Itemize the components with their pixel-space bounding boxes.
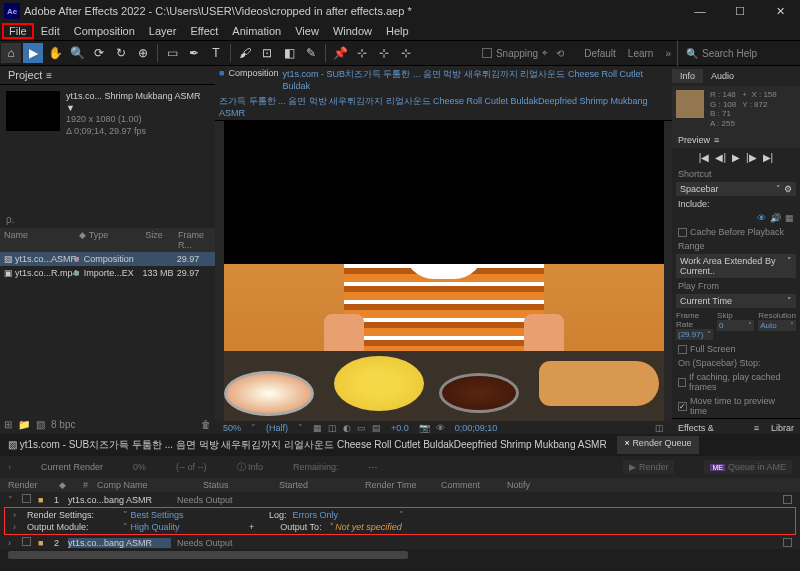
magnet-icon[interactable]: ⌖ bbox=[542, 47, 548, 59]
selection-tool[interactable]: ▶ bbox=[23, 43, 43, 63]
first-frame-icon[interactable]: |◀ bbox=[699, 152, 710, 163]
text-tool[interactable]: T bbox=[206, 43, 226, 63]
col-size[interactable]: Size bbox=[145, 230, 178, 250]
col-framerate[interactable]: Frame R... bbox=[178, 230, 211, 250]
render-button[interactable]: ▶ Render bbox=[623, 460, 674, 474]
maximize-button[interactable]: ☐ bbox=[720, 0, 760, 22]
movetime-checkbox[interactable] bbox=[678, 402, 687, 411]
menu-animation[interactable]: Animation bbox=[225, 23, 288, 39]
swap-icon[interactable]: ⟲ bbox=[556, 48, 564, 59]
render-info-button[interactable]: ⓘ Info bbox=[237, 461, 264, 474]
caching-checkbox[interactable] bbox=[678, 378, 686, 387]
snapping-toggle[interactable]: Snapping ⌖ bbox=[482, 47, 548, 59]
notify-checkbox[interactable] bbox=[783, 538, 792, 547]
local-axis-icon[interactable]: ⊹ bbox=[352, 43, 372, 63]
behind-tool[interactable]: ⊕ bbox=[133, 43, 153, 63]
pen-tool[interactable]: ✒ bbox=[184, 43, 204, 63]
orbit-tool[interactable]: ⟳ bbox=[89, 43, 109, 63]
render-queue-tab[interactable]: × Render Queue bbox=[617, 436, 700, 454]
menu-window[interactable]: Window bbox=[326, 23, 379, 39]
col-tag[interactable]: ◆ bbox=[79, 230, 88, 250]
queue-item[interactable]: › ■ 2 yt1s.co...bang ASMR Needs Output bbox=[0, 535, 800, 550]
last-frame-icon[interactable]: ▶| bbox=[763, 152, 774, 163]
new-comp-icon[interactable]: ▧ bbox=[36, 419, 45, 430]
menu-help[interactable]: Help bbox=[379, 23, 416, 39]
menu-layer[interactable]: Layer bbox=[142, 23, 184, 39]
bpc-toggle[interactable]: 8 bpc bbox=[51, 419, 75, 430]
comp-breadcrumb[interactable]: 즈가득 두툼한 ... 음면 먹방 새우튀김까지 리얼사운드 Cheese Ro… bbox=[219, 96, 648, 118]
preview-tab[interactable]: Preview bbox=[678, 135, 710, 145]
delete-icon[interactable]: 🗑 bbox=[201, 419, 211, 430]
project-tab[interactable]: Project bbox=[8, 69, 42, 81]
playfrom-select[interactable]: Current Time˅ bbox=[676, 294, 796, 308]
camera-icon[interactable]: ◫ bbox=[655, 423, 664, 433]
snapping-checkbox[interactable] bbox=[482, 48, 492, 58]
close-button[interactable]: ✕ bbox=[760, 0, 800, 22]
shortcut-select[interactable]: Spacebar˅ ⚙ bbox=[676, 182, 796, 196]
include-video-icon[interactable]: 👁 bbox=[757, 213, 766, 223]
prev-frame-icon[interactable]: ◀| bbox=[715, 152, 726, 163]
brush-tool[interactable]: 🖌 bbox=[235, 43, 255, 63]
eraser-tool[interactable]: ◧ bbox=[279, 43, 299, 63]
mask-icon[interactable]: ◫ bbox=[328, 423, 337, 433]
skip-select[interactable]: 0˅ bbox=[717, 320, 754, 331]
log-value[interactable]: Errors Only bbox=[293, 510, 393, 520]
timeline-comp-tab[interactable]: ▧ yt1s.com - SUB치즈가득 두툼한 ... 음면 먹방 새우튀김까… bbox=[2, 436, 613, 454]
rect-tool[interactable]: ▭ bbox=[162, 43, 182, 63]
menu-edit[interactable]: Edit bbox=[34, 23, 67, 39]
project-search-input[interactable] bbox=[6, 214, 66, 225]
world-axis-icon[interactable]: ⊹ bbox=[374, 43, 394, 63]
menu-effect[interactable]: Effect bbox=[183, 23, 225, 39]
res-select[interactable]: Auto˅ bbox=[758, 320, 796, 331]
expand-toggle[interactable]: › bbox=[8, 538, 16, 548]
workspace-default[interactable]: Default bbox=[584, 48, 616, 59]
label-color[interactable]: ■ bbox=[74, 254, 84, 264]
label-color[interactable]: ■ bbox=[74, 268, 84, 278]
workspace-menu-icon[interactable]: » bbox=[665, 48, 671, 59]
show-snapshot-icon[interactable]: 👁 bbox=[436, 423, 445, 433]
queue-item[interactable]: ˅ ■ 1 yt1s.co...bang ASMR Needs Output bbox=[0, 492, 800, 507]
project-item[interactable]: ▣yt1s.co...R.mp4 ■ Importe...EX 133 MB 2… bbox=[0, 266, 215, 280]
zoom-tool[interactable]: 🔍 bbox=[67, 43, 87, 63]
queue-ame-button[interactable]: MEQueue in AME bbox=[704, 460, 792, 474]
project-panel-menu-icon[interactable]: ≡ bbox=[46, 70, 52, 81]
render-settings-value[interactable]: ˅ Best Settings bbox=[123, 510, 223, 520]
minimize-button[interactable]: — bbox=[680, 0, 720, 22]
notify-checkbox[interactable] bbox=[783, 495, 792, 504]
menu-composition[interactable]: Composition bbox=[67, 23, 142, 39]
audio-tab[interactable]: Audio bbox=[703, 69, 742, 83]
search-help-input[interactable]: Search Help bbox=[702, 48, 757, 59]
rotate-tool[interactable]: ↻ bbox=[111, 43, 131, 63]
current-render-toggle[interactable]: › bbox=[8, 462, 11, 472]
snapshot-icon[interactable]: 📷 bbox=[419, 423, 430, 433]
label-color[interactable]: ■ bbox=[38, 538, 48, 548]
fr-select[interactable]: (29.97)˅ bbox=[676, 329, 713, 340]
new-folder-icon[interactable]: 📁 bbox=[18, 419, 30, 430]
workspace-learn[interactable]: Learn bbox=[628, 48, 654, 59]
roto-tool[interactable]: ✎ bbox=[301, 43, 321, 63]
project-item[interactable]: ▧yt1s.co...ASMR ■ Composition 29.97 bbox=[0, 252, 215, 266]
include-audio-icon[interactable]: 🔊 bbox=[770, 213, 781, 223]
preview-menu-icon[interactable]: ≡ bbox=[714, 135, 719, 145]
cache-checkbox[interactable] bbox=[678, 228, 687, 237]
view-axis-icon[interactable]: ⊹ bbox=[396, 43, 416, 63]
label-color[interactable]: ■ bbox=[38, 495, 48, 505]
info-tab[interactable]: Info bbox=[672, 69, 703, 83]
composition-viewer[interactable] bbox=[215, 121, 672, 421]
include-overlays-icon[interactable]: ▦ bbox=[785, 213, 794, 223]
col-name[interactable]: Name bbox=[4, 230, 79, 250]
timecode[interactable]: 0;00;09;10 bbox=[455, 423, 498, 433]
interpret-icon[interactable]: ⊞ bbox=[4, 419, 12, 430]
output-to-value[interactable]: ˅ Not yet specified bbox=[328, 522, 428, 532]
home-icon[interactable]: ⌂ bbox=[1, 43, 21, 63]
menu-file[interactable]: File bbox=[2, 23, 34, 39]
pin-tool[interactable]: 📌 bbox=[330, 43, 350, 63]
exposure-value[interactable]: +0.0 bbox=[391, 423, 409, 433]
fullscreen-checkbox[interactable] bbox=[678, 345, 687, 354]
comp-tab[interactable]: yt1s.com - SUB치즈가득 두툼한 ... 음면 먹방 새우튀김까지 … bbox=[282, 68, 668, 91]
render-checkbox[interactable] bbox=[22, 537, 31, 546]
render-checkbox[interactable] bbox=[22, 494, 31, 503]
next-frame-icon[interactable]: |▶ bbox=[746, 152, 757, 163]
clone-tool[interactable]: ⊡ bbox=[257, 43, 277, 63]
hand-tool[interactable]: ✋ bbox=[45, 43, 65, 63]
